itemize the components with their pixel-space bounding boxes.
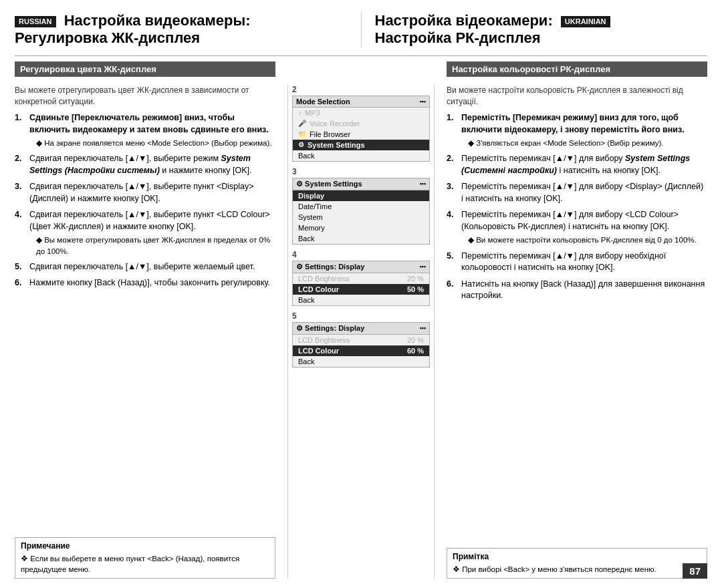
screen-2-header: ⚙ System Settings ▪▪▪ (293, 178, 429, 190)
music-icon: ♪ (298, 109, 302, 116)
note-box-right: Примітка При виборі <Back> у меню з'явит… (447, 548, 707, 579)
screen-4-header: ⚙ Settings: Display ▪▪▪ (293, 323, 429, 335)
step-3-right: 3. Перемістіть перемикач [▲/▼] для вибор… (447, 181, 707, 204)
lang-badge-ukrainian: UKRAINIAN (561, 16, 610, 27)
screen-3: ⚙ Settings: Display ▪▪▪ LCD Brightness 2… (292, 261, 430, 306)
screen-3-row-colour: LCD Colour 50 % (293, 284, 429, 295)
left-column: Вы можете отрегулировать цвет ЖК-дисплея… (15, 85, 287, 579)
step-6-left: 6. Нажмите кнопку [Back (Назад)], чтобы … (15, 277, 275, 289)
header: RUSSIAN Настройка видеокамеры: Регулиров… (15, 12, 707, 47)
step-2-left: 2. Сдвигая переключатель [▲/▼], выберите… (15, 153, 275, 176)
screen-2-row-display: Display (293, 190, 429, 201)
settings-icon-2: ⚙ (296, 263, 303, 271)
battery-icon: ▪▪▪ (419, 98, 426, 105)
screen-1-header: Mode Selection ▪▪▪ (293, 96, 429, 108)
screen-1-container: 2 Mode Selection ▪▪▪ ♪ MP3 🎤 Voice (292, 85, 430, 163)
center-screens: 2 Mode Selection ▪▪▪ ♪ MP3 🎤 Voice (287, 85, 435, 579)
header-title-left: RUSSIAN Настройка видеокамеры: (15, 12, 348, 29)
main-content: Вы можете отрегулировать цвет ЖК-дисплея… (15, 85, 707, 579)
settings-icon: ⚙ (296, 180, 303, 188)
right-intro: Ви можете настроїти кольоровість РК-дисп… (447, 85, 707, 108)
step-6-right: 6. Натисніть на кнопку [Back (Назад)] дл… (447, 279, 707, 302)
screen-4-label: 5 (292, 311, 430, 321)
screen-1-row-voice: 🎤 Voice Recorder (293, 118, 429, 129)
screen-2: ⚙ System Settings ▪▪▪ Display Date/Time … (292, 178, 430, 245)
screen-4-row-colour: LCD Colour 60 % (293, 345, 429, 356)
note-title-right: Примітка (453, 552, 701, 561)
header-right: Настройка відеокамери: UKRAINIAN Настрой… (361, 12, 708, 47)
screen-1: Mode Selection ▪▪▪ ♪ MP3 🎤 Voice Recorde… (292, 96, 430, 162)
folder-icon: 📁 (298, 130, 306, 138)
screen-4-container: 5 ⚙ Settings: Display ▪▪▪ LCD Brightness… (292, 311, 430, 369)
page-number: 87 (683, 563, 707, 579)
screen-3-label: 4 (292, 250, 430, 259)
screen-1-row-system: ⚙ System Settings (293, 140, 429, 150)
screen-2-label: 3 (292, 167, 430, 176)
step-3-left: 3. Сдвигая переключатель [▲/▼], выберите… (15, 181, 275, 204)
screen-4: ⚙ Settings: Display ▪▪▪ LCD Brightness 2… (292, 322, 430, 368)
note-box-left: Примечание Если вы выберете в меню пункт… (15, 537, 275, 579)
section-bar-right: Настройка кольоровості РК-дисплея (447, 61, 707, 77)
page: RUSSIAN Настройка видеокамеры: Регулиров… (0, 0, 722, 588)
header-subtitle-right: Настройка РК-дисплея (375, 29, 708, 47)
lang-badge-russian: RUSSIAN (15, 16, 56, 27)
header-subtitle-left: Регулировка ЖК-дисплея (15, 29, 348, 47)
step-1-left: 1. Сдвиньте [Переключатель режимов] вниз… (15, 112, 275, 148)
header-divider (15, 55, 707, 56)
step-2-right: 2. Перемістіть перемикач [▲/▼] для вибор… (447, 153, 707, 176)
screen-3-row-back: Back (293, 295, 429, 305)
screen-1-row-mp3: ♪ MP3 (293, 108, 429, 118)
left-intro: Вы можете отрегулировать цвет ЖК-дисплея… (15, 85, 275, 108)
screen-4-row-brightness: LCD Brightness 20 % (293, 335, 429, 345)
screen-2-container: 3 ⚙ System Settings ▪▪▪ Display Date/Tim… (292, 167, 430, 246)
section-bar-left: Регулировка цвета ЖК-дисплея (15, 61, 275, 77)
gear-icon: ⚙ (298, 141, 304, 148)
screen-3-header: ⚙ Settings: Display ▪▪▪ (293, 261, 429, 273)
right-steps: 1. Перемістіть [Перемикач режиму] вниз д… (447, 112, 707, 306)
screen-4-row-back: Back (293, 356, 429, 367)
step-4-left: 4. Сдвигая переключатель [▲/▼], выберите… (15, 209, 275, 256)
screen-2-row-back: Back (293, 233, 429, 244)
step-1-right: 1. Перемістіть [Перемикач режиму] вниз д… (447, 112, 707, 148)
screen-2-row-datetime: Date/Time (293, 201, 429, 212)
step-4-right: 4. Перемістіть перемикач [▲/▼] для вибор… (447, 209, 707, 245)
step-5-right: 5. Перемістіть перемикач [▲/▼] для вибор… (447, 251, 707, 274)
note-text-left: Если вы выберете в меню пункт <Back> (На… (21, 553, 269, 575)
mic-icon: 🎤 (298, 120, 306, 127)
screen-1-row-back: Back (293, 150, 429, 161)
left-steps: 1. Сдвиньте [Переключатель режимов] вниз… (15, 112, 275, 293)
header-left: RUSSIAN Настройка видеокамеры: Регулиров… (15, 12, 361, 47)
screen-1-label: 2 (292, 85, 430, 94)
note-title-left: Примечание (21, 541, 269, 551)
header-title-right: Настройка відеокамери: UKRAINIAN (375, 12, 708, 29)
screen-1-row-file: 📁 File Browser (293, 129, 429, 140)
screen-3-container: 4 ⚙ Settings: Display ▪▪▪ LCD Brightness… (292, 250, 430, 307)
step-5-left: 5. Сдвигая переключатель [▲/▼], выберите… (15, 261, 275, 273)
note-text-right: При виборі <Back> у меню з'явиться попер… (453, 564, 701, 575)
screen-3-row-brightness: LCD Brightness 20 % (293, 273, 429, 284)
screen-2-row-system: System (293, 212, 429, 223)
screen-2-row-memory: Memory (293, 223, 429, 233)
settings-icon-3: ⚙ (296, 324, 303, 332)
right-column: Ви можете настроїти кольоровість РК-дисп… (435, 85, 707, 579)
